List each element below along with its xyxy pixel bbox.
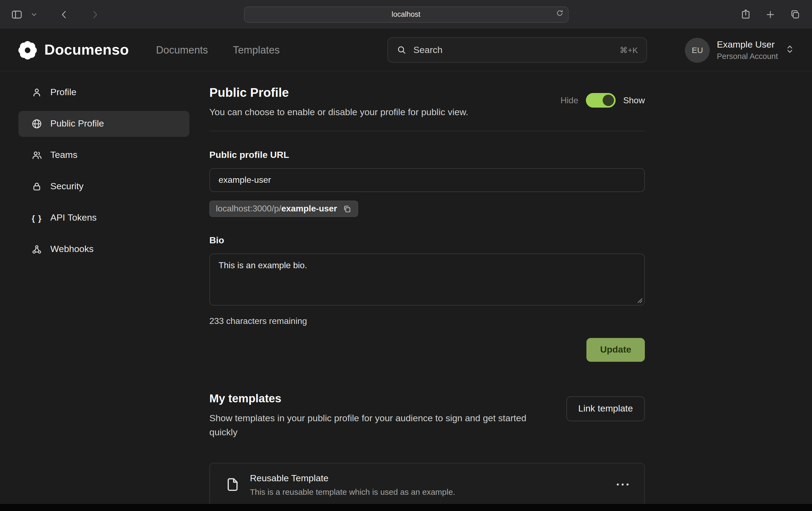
brand-link[interactable]: Documenso [18,40,129,60]
share-icon[interactable] [738,7,753,21]
copy-icon[interactable] [342,204,352,213]
webhook-icon [31,244,42,255]
tab-overview-icon[interactable] [788,7,802,21]
sidebar-item-label: Webhooks [50,244,94,255]
url-preview-slug: example-user [281,204,337,214]
sidebar-item-label: API Tokens [50,212,96,223]
account-name: Example User [717,39,778,50]
characters-remaining: 233 characters remaining [209,316,645,326]
profile-visibility-toggle[interactable] [586,93,616,108]
my-templates-description: Show templates in your public profile fo… [209,412,545,440]
app-header: Documenso Documents Templates ⌘+K EU Exa… [0,29,812,71]
sidebar-item-label: Public Profile [50,118,104,129]
profile-url-preview[interactable]: localhost:3000/p/ example-user [209,201,358,217]
toggle-knob [603,95,614,106]
sidebar-item-label: Teams [50,150,77,160]
globe-icon [31,118,42,129]
account-type: Personal Account [717,52,778,61]
page-subtitle: You can choose to enable or disable your… [209,107,468,118]
sidebar-item-teams[interactable]: Teams [19,142,189,168]
browser-toolbar: localhost [0,0,812,29]
bio-textarea[interactable]: This is an example bio. [209,253,645,305]
toggle-hide-label: Hide [560,95,578,105]
window-bottom-edge [0,504,812,511]
update-button[interactable]: Update [587,338,645,362]
search-box[interactable]: ⌘+K [387,37,647,63]
sidebar-toggle-icon[interactable] [10,7,24,21]
address-bar[interactable]: localhost [244,6,568,23]
users-icon [31,150,42,160]
bio-field-label: Bio [209,235,645,246]
section-divider [209,131,645,131]
nav-documents[interactable]: Documents [156,44,208,56]
search-input[interactable] [413,44,619,55]
url-preview-prefix: localhost:3000/p/ [216,204,281,214]
chevrons-up-down-icon [785,43,794,57]
search-icon [397,45,407,55]
address-bar-url: localhost [392,10,420,19]
public-profile-settings: Public Profile You can choose to enable … [209,71,645,506]
sidebar-item-api-tokens[interactable]: { } API Tokens [19,205,189,231]
page-title: Public Profile [209,85,468,100]
sidebar-item-webhooks[interactable]: Webhooks [19,236,189,262]
avatar: EU [685,37,710,62]
sidebar-item-public-profile[interactable]: Public Profile [19,111,189,137]
template-card: Reusable Template This is a reusable tem… [209,462,645,506]
main-nav: Documents Templates [156,44,280,56]
toolbar-chevron-down-icon[interactable] [27,7,41,21]
toggle-show-label: Show [623,95,645,105]
resize-handle[interactable] [637,297,643,304]
profile-url-input[interactable] [209,168,645,192]
reload-icon[interactable] [555,9,563,19]
new-tab-icon[interactable] [763,7,777,21]
ellipsis-icon [616,482,630,487]
forward-icon[interactable] [88,7,102,21]
search-shortcut: ⌘+K [620,45,638,55]
nav-templates[interactable]: Templates [233,44,280,56]
my-templates-title: My templates [209,392,545,405]
url-field-label: Public profile URL [209,150,645,160]
sidebar-item-label: Profile [50,87,76,98]
lock-icon [31,181,42,192]
profile-visibility-toggle-group: Hide Show [560,93,645,108]
template-description: This is a reusable template which is use… [250,487,455,496]
sidebar-item-security[interactable]: Security [19,174,189,200]
template-menu-button[interactable] [616,482,630,487]
sidebar-item-label: Security [50,181,84,192]
sidebar-item-profile[interactable]: Profile [19,80,189,106]
documenso-logo-icon [18,40,37,60]
template-name: Reusable Template [250,473,455,484]
back-icon[interactable] [57,7,71,21]
file-icon [225,476,241,492]
settings-sidebar: Profile Public Profile Teams Security { … [19,71,189,506]
brand-name: Documenso [45,42,129,58]
account-menu[interactable]: EU Example User Personal Account [685,37,794,62]
braces-icon: { } [31,213,42,222]
user-icon [31,87,42,98]
link-template-button[interactable]: Link template [567,396,645,421]
app-window: localhost [0,0,812,511]
